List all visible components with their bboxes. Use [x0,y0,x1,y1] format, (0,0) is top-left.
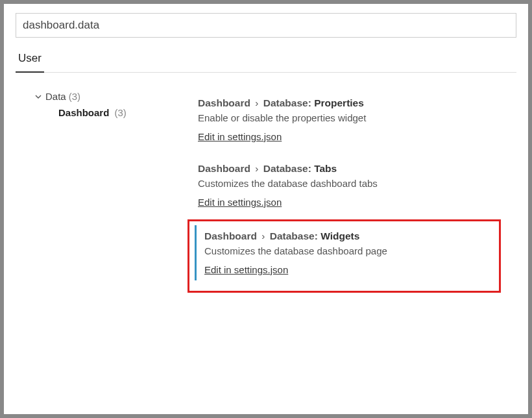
settings-search-input[interactable] [16,13,516,38]
content-area: Data (3) Dashboard (3) Dashboard › Datab… [16,80,516,405]
scope-tabs: User [16,47,516,73]
setting-item-tabs: Dashboard › Database: Tabs Customizes th… [187,154,516,219]
edit-in-settings-link[interactable]: Edit in settings.json [198,131,282,142]
setting-description: Customizes the database dashboard page [204,245,487,256]
setting-description: Customizes the database dashboard tabs [198,178,506,189]
chevron-down-icon [34,92,43,101]
tab-user[interactable]: User [16,47,44,73]
tree-node-label: Data [45,91,66,102]
setting-item-widgets: Dashboard › Database: Widgets Customizes… [195,225,494,280]
settings-list: Dashboard › Database: Properties Enable … [187,80,516,405]
tree-node-label: Dashboard [58,107,109,118]
edit-in-settings-link[interactable]: Edit in settings.json [204,264,288,275]
setting-title: Dashboard › Database: Tabs [198,163,506,175]
settings-tree: Data (3) Dashboard (3) [16,80,187,405]
edit-in-settings-link[interactable]: Edit in settings.json [198,197,282,208]
tree-node-count: (3) [69,91,80,102]
tree-node-data[interactable]: Data (3) [16,88,187,104]
tree-node-count: (3) [115,107,127,118]
setting-description: Enable or disable the properties widget [198,112,506,123]
settings-panel: User Data (3) Dashboard (3) Dashboard › … [4,4,528,414]
setting-title: Dashboard › Database: Properties [198,97,506,109]
highlight-box: Dashboard › Database: Widgets Customizes… [187,219,501,293]
setting-item-properties: Dashboard › Database: Properties Enable … [187,88,516,154]
setting-title: Dashboard › Database: Widgets [204,230,487,242]
tree-node-dashboard[interactable]: Dashboard (3) [16,104,187,121]
